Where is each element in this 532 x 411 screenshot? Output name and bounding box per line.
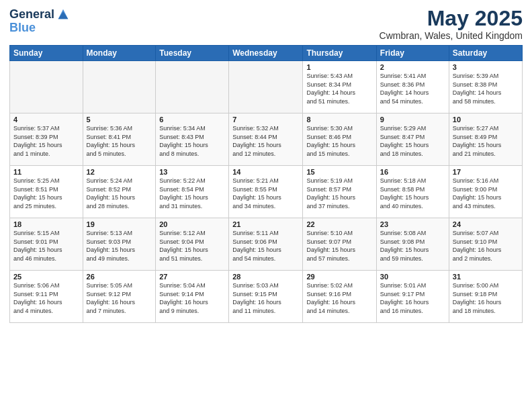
calendar-week-4: 18Sunrise: 5:15 AM Sunset: 9:01 PM Dayli…	[10, 218, 523, 271]
calendar-cell: 15Sunrise: 5:19 AM Sunset: 8:57 PM Dayli…	[303, 166, 376, 218]
day-info: Sunrise: 5:08 AM Sunset: 9:08 PM Dayligh…	[380, 229, 445, 263]
calendar-cell: 21Sunrise: 5:11 AM Sunset: 9:06 PM Dayli…	[229, 218, 303, 271]
calendar-cell: 19Sunrise: 5:13 AM Sunset: 9:03 PM Dayli…	[83, 218, 156, 271]
calendar-cell: 14Sunrise: 5:21 AM Sunset: 8:55 PM Dayli…	[229, 166, 303, 218]
day-number: 22	[306, 220, 372, 228]
page: General Blue May 2025 Cwmbran, Wales, Un…	[0, 0, 532, 411]
calendar-cell: 23Sunrise: 5:08 AM Sunset: 9:08 PM Dayli…	[376, 218, 449, 271]
day-number: 24	[453, 220, 519, 228]
day-info: Sunrise: 5:02 AM Sunset: 9:16 PM Dayligh…	[306, 281, 372, 315]
day-info: Sunrise: 5:13 AM Sunset: 9:03 PM Dayligh…	[87, 229, 152, 263]
day-info: Sunrise: 5:05 AM Sunset: 9:12 PM Dayligh…	[87, 281, 152, 315]
calendar-week-2: 4Sunrise: 5:37 AM Sunset: 8:39 PM Daylig…	[10, 113, 523, 166]
calendar-cell	[83, 61, 156, 113]
day-info: Sunrise: 5:22 AM Sunset: 8:54 PM Dayligh…	[159, 177, 225, 210]
title-block: May 2025 Cwmbran, Wales, United Kingdom	[380, 7, 523, 41]
day-number: 4	[13, 116, 79, 124]
calendar-cell: 29Sunrise: 5:02 AM Sunset: 9:16 PM Dayli…	[303, 271, 376, 323]
day-number: 3	[453, 63, 519, 71]
calendar-cell	[10, 61, 83, 113]
calendar-cell: 31Sunrise: 5:00 AM Sunset: 9:18 PM Dayli…	[449, 271, 522, 323]
day-number: 2	[380, 63, 445, 71]
day-number: 5	[87, 116, 152, 124]
day-info: Sunrise: 5:10 AM Sunset: 9:07 PM Dayligh…	[306, 229, 372, 263]
calendar-cell: 24Sunrise: 5:07 AM Sunset: 9:10 PM Dayli…	[449, 218, 522, 271]
day-info: Sunrise: 5:36 AM Sunset: 8:41 PM Dayligh…	[87, 124, 152, 158]
calendar-cell: 28Sunrise: 5:03 AM Sunset: 9:15 PM Dayli…	[229, 271, 303, 323]
day-number: 29	[306, 273, 372, 281]
logo: General Blue	[9, 7, 71, 34]
day-info: Sunrise: 5:25 AM Sunset: 8:51 PM Dayligh…	[13, 177, 79, 210]
col-sunday: Sunday	[10, 46, 83, 61]
day-info: Sunrise: 5:12 AM Sunset: 9:04 PM Dayligh…	[159, 229, 225, 263]
day-info: Sunrise: 5:32 AM Sunset: 8:44 PM Dayligh…	[232, 124, 299, 158]
calendar-cell: 5Sunrise: 5:36 AM Sunset: 8:41 PM Daylig…	[83, 113, 156, 166]
day-number: 17	[453, 168, 519, 176]
calendar-cell: 12Sunrise: 5:24 AM Sunset: 8:52 PM Dayli…	[83, 166, 156, 218]
day-info: Sunrise: 5:06 AM Sunset: 9:11 PM Dayligh…	[13, 281, 79, 315]
day-number: 10	[453, 116, 519, 124]
calendar-cell	[156, 61, 229, 113]
calendar-cell: 4Sunrise: 5:37 AM Sunset: 8:39 PM Daylig…	[10, 113, 83, 166]
calendar-week-3: 11Sunrise: 5:25 AM Sunset: 8:51 PM Dayli…	[10, 166, 523, 218]
day-number: 12	[87, 168, 152, 176]
day-number: 27	[159, 273, 225, 281]
day-info: Sunrise: 5:11 AM Sunset: 9:06 PM Dayligh…	[232, 229, 299, 263]
calendar-header-row: Sunday Monday Tuesday Wednesday Thursday…	[10, 46, 523, 61]
day-info: Sunrise: 5:07 AM Sunset: 9:10 PM Dayligh…	[453, 229, 519, 263]
day-info: Sunrise: 5:04 AM Sunset: 9:14 PM Dayligh…	[159, 281, 225, 315]
svg-marker-1	[58, 11, 69, 19]
col-wednesday: Wednesday	[229, 46, 303, 61]
calendar-cell: 25Sunrise: 5:06 AM Sunset: 9:11 PM Dayli…	[10, 271, 83, 323]
day-info: Sunrise: 5:27 AM Sunset: 8:49 PM Dayligh…	[453, 124, 519, 158]
col-saturday: Saturday	[449, 46, 522, 61]
calendar-cell: 13Sunrise: 5:22 AM Sunset: 8:54 PM Dayli…	[156, 166, 229, 218]
calendar-cell: 22Sunrise: 5:10 AM Sunset: 9:07 PM Dayli…	[303, 218, 376, 271]
calendar-cell: 7Sunrise: 5:32 AM Sunset: 8:44 PM Daylig…	[229, 113, 303, 166]
calendar-week-5: 25Sunrise: 5:06 AM Sunset: 9:11 PM Dayli…	[10, 271, 523, 323]
calendar-cell: 16Sunrise: 5:18 AM Sunset: 8:58 PM Dayli…	[376, 166, 449, 218]
day-info: Sunrise: 5:41 AM Sunset: 8:36 PM Dayligh…	[380, 72, 445, 105]
header: General Blue May 2025 Cwmbran, Wales, Un…	[9, 7, 523, 41]
day-number: 15	[306, 168, 372, 176]
calendar-cell: 17Sunrise: 5:16 AM Sunset: 9:00 PM Dayli…	[449, 166, 522, 218]
col-tuesday: Tuesday	[156, 46, 229, 61]
calendar-cell: 6Sunrise: 5:34 AM Sunset: 8:43 PM Daylig…	[156, 113, 229, 166]
day-number: 19	[87, 220, 152, 228]
day-info: Sunrise: 5:21 AM Sunset: 8:55 PM Dayligh…	[232, 177, 299, 210]
day-info: Sunrise: 5:39 AM Sunset: 8:38 PM Dayligh…	[453, 72, 519, 105]
calendar-cell: 26Sunrise: 5:05 AM Sunset: 9:12 PM Dayli…	[83, 271, 156, 323]
day-number: 31	[453, 273, 519, 281]
day-number: 8	[306, 116, 372, 124]
day-number: 6	[159, 116, 225, 124]
day-info: Sunrise: 5:34 AM Sunset: 8:43 PM Dayligh…	[159, 124, 225, 158]
day-number: 7	[232, 116, 299, 124]
calendar-cell: 27Sunrise: 5:04 AM Sunset: 9:14 PM Dayli…	[156, 271, 229, 323]
day-info: Sunrise: 5:03 AM Sunset: 9:15 PM Dayligh…	[232, 281, 299, 315]
day-number: 13	[159, 168, 225, 176]
day-number: 14	[232, 168, 299, 176]
day-info: Sunrise: 5:43 AM Sunset: 8:34 PM Dayligh…	[306, 72, 372, 105]
calendar-cell: 30Sunrise: 5:01 AM Sunset: 9:17 PM Dayli…	[376, 271, 449, 323]
calendar-cell: 11Sunrise: 5:25 AM Sunset: 8:51 PM Dayli…	[10, 166, 83, 218]
calendar-cell: 20Sunrise: 5:12 AM Sunset: 9:04 PM Dayli…	[156, 218, 229, 271]
calendar: Sunday Monday Tuesday Wednesday Thursday…	[9, 45, 523, 323]
day-info: Sunrise: 5:01 AM Sunset: 9:17 PM Dayligh…	[380, 281, 445, 315]
logo-text: General	[9, 8, 54, 20]
day-info: Sunrise: 5:16 AM Sunset: 9:00 PM Dayligh…	[453, 177, 519, 210]
calendar-cell: 18Sunrise: 5:15 AM Sunset: 9:01 PM Dayli…	[10, 218, 83, 271]
col-friday: Friday	[376, 46, 449, 61]
day-number: 18	[13, 220, 79, 228]
calendar-cell: 3Sunrise: 5:39 AM Sunset: 8:38 PM Daylig…	[449, 61, 522, 113]
logo-text-blue: Blue	[9, 21, 71, 34]
day-number: 30	[380, 273, 445, 281]
day-info: Sunrise: 5:37 AM Sunset: 8:39 PM Dayligh…	[13, 124, 79, 158]
calendar-cell	[229, 61, 303, 113]
calendar-cell: 1Sunrise: 5:43 AM Sunset: 8:34 PM Daylig…	[303, 61, 376, 113]
day-info: Sunrise: 5:18 AM Sunset: 8:58 PM Dayligh…	[380, 177, 445, 210]
calendar-cell: 9Sunrise: 5:29 AM Sunset: 8:47 PM Daylig…	[376, 113, 449, 166]
day-number: 25	[13, 273, 79, 281]
calendar-week-1: 1Sunrise: 5:43 AM Sunset: 8:34 PM Daylig…	[10, 61, 523, 113]
subtitle: Cwmbran, Wales, United Kingdom	[380, 30, 523, 41]
calendar-cell: 8Sunrise: 5:30 AM Sunset: 8:46 PM Daylig…	[303, 113, 376, 166]
